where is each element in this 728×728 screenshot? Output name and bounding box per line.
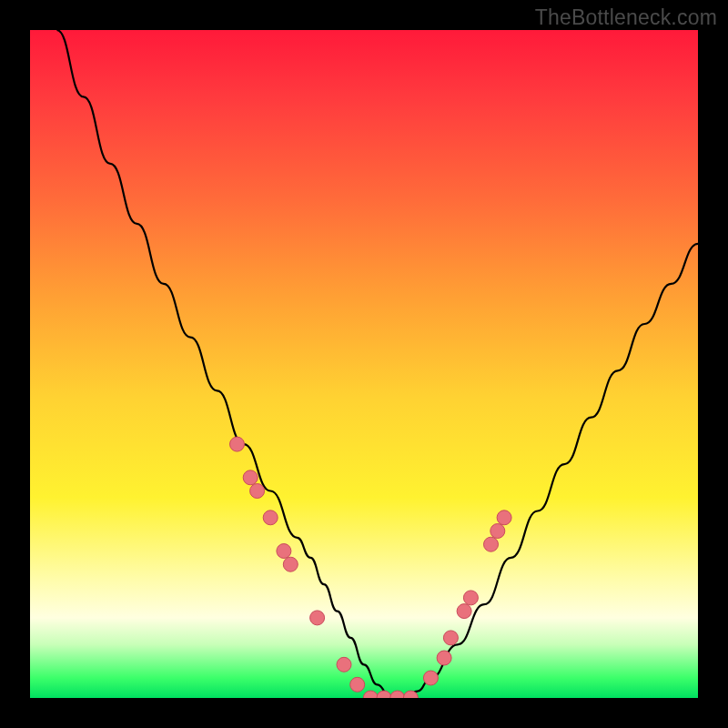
- scatter-point: [463, 591, 478, 605]
- scatter-point: [250, 484, 265, 499]
- scatter-point: [423, 671, 438, 685]
- scatter-point: [363, 691, 378, 698]
- scatter-point: [490, 524, 505, 539]
- scatter-point: [263, 511, 278, 525]
- bottleneck-curve: [56, 30, 698, 698]
- scatter-point: [437, 651, 451, 665]
- scatter-point: [484, 537, 499, 551]
- scatter-point: [497, 511, 511, 525]
- chart-overlay: [30, 30, 698, 698]
- scatter-point: [337, 657, 351, 672]
- scatter-points: [230, 437, 512, 698]
- scatter-point: [443, 631, 458, 645]
- scatter-point: [230, 437, 245, 451]
- watermark-label: TheBottleneck.com: [535, 5, 717, 30]
- scatter-point: [243, 470, 258, 485]
- scatter-point: [277, 544, 291, 559]
- scatter-point: [350, 677, 365, 692]
- scatter-point: [457, 604, 471, 619]
- scatter-point: [310, 611, 325, 625]
- scatter-point: [283, 557, 298, 571]
- scatter-point: [390, 691, 405, 698]
- scatter-point: [377, 691, 391, 698]
